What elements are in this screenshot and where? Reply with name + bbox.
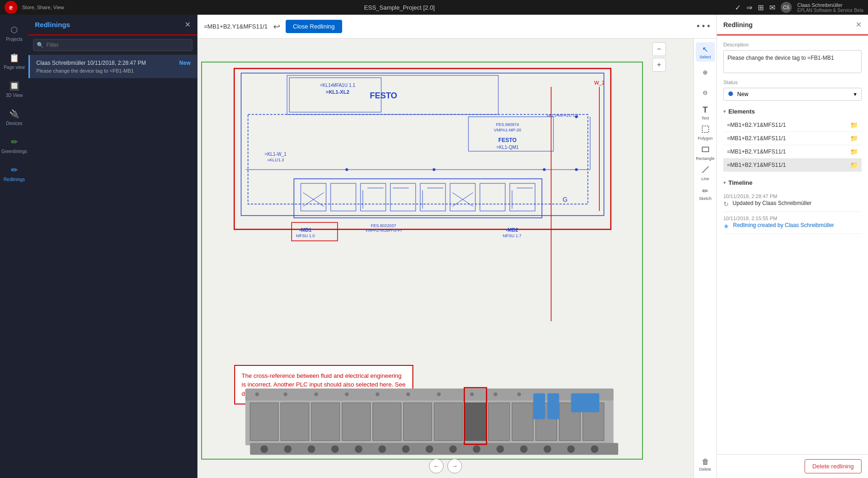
status-chevron-icon: ▾ (854, 91, 857, 97)
checkmark-icon[interactable]: ✓ (735, 3, 741, 12)
svg-rect-59 (342, 403, 371, 440)
timeline-section: ▾ Timeline 10/11/2018, 2:28:47 PM ↻ Upda… (723, 179, 862, 234)
line-tool-button[interactable]: Line (696, 164, 715, 183)
nav-label-devices: Devices (6, 121, 23, 126)
close-redlining-button[interactable]: Close Redlining (286, 20, 342, 33)
properties-close-button[interactable]: ✕ (856, 20, 862, 29)
text-tool-button[interactable]: T Text (696, 103, 715, 122)
svg-rect-24 (450, 183, 475, 211)
nav-label-redlinings: Redlinings (4, 177, 25, 182)
element-item[interactable]: =MB1+B2.Y1&MFS11/1 📁 (723, 145, 862, 159)
more-options-button[interactable]: • • • (697, 22, 710, 31)
redlining-description: Please change the device tag to =FB1-MB1 (36, 68, 191, 74)
element-path-3: =MB1+B2.Y1&MFS11/1 (727, 148, 786, 155)
svg-point-89 (255, 393, 259, 396)
pageview-icon: 📋 (9, 53, 19, 63)
arrow-icon[interactable]: ⇒ (746, 3, 752, 12)
sidebar-item-greenlinings[interactable]: ✏ Greenlinings (0, 131, 28, 159)
redlining-item-header: Claas Schreibmüller 10/11/2018, 2:28:47 … (36, 60, 191, 66)
elements-section-header[interactable]: ▾ Elements (723, 108, 862, 115)
3dview-icon: 🔲 (9, 81, 19, 91)
select-label: Select (699, 55, 711, 59)
svg-point-93 (376, 393, 379, 396)
elements-chevron-icon: ▾ (723, 109, 726, 114)
svg-text:FESTO: FESTO (370, 91, 397, 100)
undo-button[interactable]: ↩ (273, 22, 280, 32)
mail-icon[interactable]: ✉ (769, 3, 775, 12)
svg-point-79 (402, 445, 409, 453)
elements-section: ▾ Elements =MB1+B2.Y1&MFS11/1 📁 =MB1+B2.… (723, 108, 862, 172)
folder-icon-2: 📁 (850, 135, 858, 142)
element-path-1: =MB1+B2.Y1&MFS11/1 (727, 122, 786, 128)
canvas-area: =MB1+B2.Y1&MFS11/1 ↩ Close Redlining • •… (197, 15, 716, 478)
text-label: Text (701, 116, 709, 120)
properties-title: Redlining (723, 21, 753, 28)
zoom-out-button[interactable]: − (652, 42, 666, 56)
delete-tool-button[interactable]: 🗑 Delete (696, 455, 715, 474)
filter-input[interactable] (33, 39, 192, 51)
timeline-text-1: Updated by Claas Schreibmüller (733, 200, 812, 206)
element-item[interactable]: =MB1+B2.Y1&MFS11/1 📁 (723, 119, 862, 132)
svg-text:FES.8022037: FES.8022037 (371, 223, 396, 228)
svg-rect-56 (250, 403, 278, 440)
timeline-section-title: Timeline (728, 179, 753, 186)
svg-point-95 (437, 393, 440, 396)
projects-icon: ⬡ (11, 25, 18, 35)
sidebar-close-button[interactable]: ✕ (185, 20, 191, 29)
zoom-in-button[interactable]: + (652, 58, 666, 72)
svg-point-85 (544, 445, 551, 453)
timeline-link[interactable]: Redlining created by Claas Schreibmüller (733, 222, 834, 228)
next-page-button[interactable]: → (447, 459, 462, 473)
element-path-2: =MB1+B2.Y1&MFS11/1 (727, 135, 786, 142)
grid-icon[interactable]: ⊞ (758, 3, 764, 12)
app-title: ESS_Sample_Project [2.0] (64, 4, 735, 11)
timeline-section-header[interactable]: ▾ Timeline (723, 179, 862, 186)
rectangle-tool-button[interactable]: Rectangle (696, 143, 715, 163)
svg-rect-58 (311, 403, 340, 440)
timeline-content-1: ↻ Updated by Claas Schreibmüller (723, 200, 862, 208)
prev-page-button[interactable]: ← (429, 459, 444, 473)
svg-point-91 (314, 393, 318, 396)
svg-rect-60 (373, 403, 401, 440)
svg-rect-23 (420, 183, 445, 211)
svg-text:FES.560974: FES.560974 (496, 122, 519, 127)
select-tool-button[interactable]: ↖ Select (696, 42, 715, 62)
sidebar-item-projects[interactable]: ⬡ Projects (0, 19, 28, 47)
folder-icon-4: 📁 (850, 161, 858, 169)
redlining-list-item[interactable]: Claas Schreibmüller 10/11/2018, 2:28:47 … (28, 55, 197, 78)
folder-icon-1: 📁 (850, 121, 858, 129)
element-item-highlighted[interactable]: =MB1+B2.Y1&MFS11/1 📁 (723, 159, 862, 172)
line-icon (701, 165, 710, 176)
svg-point-77 (355, 445, 362, 453)
svg-rect-52 (292, 222, 338, 241)
svg-rect-64 (488, 403, 509, 440)
polygon-tool-button[interactable]: Polygon (696, 123, 715, 142)
zoom-in-tool-button[interactable]: ⊕ (696, 63, 715, 82)
sketch-label: Sketch (699, 196, 712, 201)
delete-redlining-button[interactable]: Delete redlining (805, 459, 862, 473)
zoom-out-tool-button[interactable]: ⊖ (696, 83, 715, 102)
navigation-arrows: ← → (429, 459, 462, 473)
sketch-tool-button[interactable]: ✏ Sketch (696, 184, 715, 203)
svg-point-75 (308, 445, 315, 453)
status-value: New (737, 91, 748, 97)
sidebar-item-pageview[interactable]: 📋 Page view (0, 47, 28, 75)
svg-text:=KL1/1.3: =KL1/1.3 (267, 158, 284, 162)
user-avatar[interactable]: CS (781, 2, 792, 13)
element-item[interactable]: =MB1+B2.Y1&MFS11/1 📁 (723, 132, 862, 145)
sketch-icon: ✏ (702, 187, 708, 195)
timeline-date-1: 10/11/2018, 2:28:47 PM (723, 193, 862, 199)
status-select[interactable]: New ▾ (723, 88, 862, 101)
svg-point-48 (575, 115, 578, 118)
svg-rect-61 (403, 403, 432, 440)
sidebar-item-redlinings[interactable]: ✏ Redlinings (0, 159, 28, 188)
search-icon: 🔍 (37, 42, 44, 48)
sidebar-item-3dview[interactable]: 🔲 3D View (0, 75, 28, 103)
svg-point-76 (331, 445, 338, 453)
drawing-canvas[interactable]: FESTO =KL1•MFA1U 1.1 =KL1-XL2 W_2 FES.56… (197, 39, 693, 478)
rectangle-label: Rectangle (696, 156, 715, 161)
app-logo: e (5, 1, 17, 14)
svg-rect-25 (480, 183, 505, 211)
devices-icon: 🔌 (9, 109, 19, 119)
sidebar-item-devices[interactable]: 🔌 Devices (0, 103, 28, 131)
